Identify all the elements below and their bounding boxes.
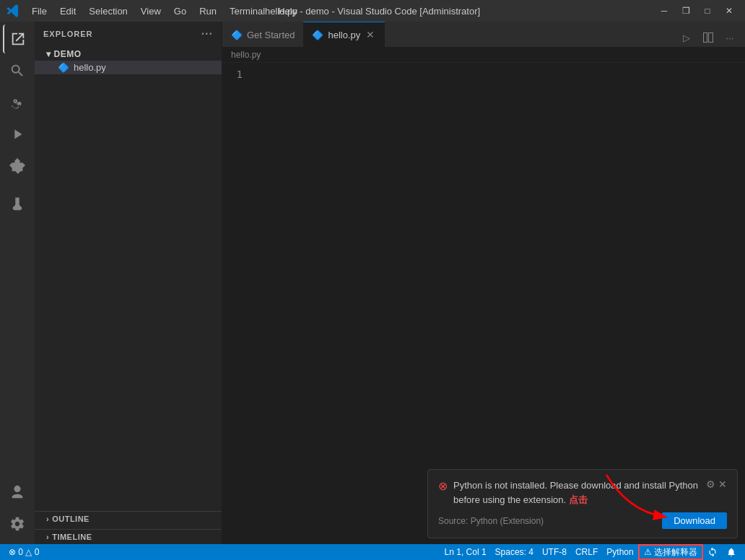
restore-button[interactable]: ❒ xyxy=(676,3,696,19)
status-notifications[interactable] xyxy=(722,544,741,560)
tab-close-button[interactable]: ✕ xyxy=(365,29,376,40)
notification-header: ⊗ Python is not installed. Please downlo… xyxy=(438,478,727,507)
error-icon: ⊗ xyxy=(438,479,448,493)
highlight-text: 点击 xyxy=(569,494,588,505)
status-cursor-position[interactable]: Ln 1, Col 1 xyxy=(440,544,491,560)
tab-get-started[interactable]: 🔷 Get Started xyxy=(222,22,303,47)
errors-warnings-text: ⊗ 0 △ 0 xyxy=(9,547,39,557)
activity-search[interactable] xyxy=(3,56,32,85)
activity-test[interactable] xyxy=(3,189,32,218)
window-title: hello.py - demo - Visual Studio Code [Ad… xyxy=(265,6,480,17)
titlebar: File Edit Selection View Go Run Terminal… xyxy=(0,0,745,22)
sidebar-more-button[interactable]: ··· xyxy=(201,27,213,40)
encoding-text: UTF-8 xyxy=(542,547,567,557)
python-file-icon: 🔷 xyxy=(58,62,69,73)
timeline-label: TIMELINE xyxy=(52,533,92,541)
activity-extensions[interactable] xyxy=(3,152,32,180)
breadcrumb-file: hello.py xyxy=(231,50,261,60)
download-button[interactable]: Download xyxy=(662,512,727,529)
file-hello-py[interactable]: 🔷 hello.py xyxy=(35,61,222,74)
titlebar-left: File Edit Selection View Go Run Terminal… xyxy=(6,4,303,18)
activity-account[interactable] xyxy=(3,478,32,507)
file-name: hello.py xyxy=(74,62,106,73)
notification-popup: ⊗ Python is not installed. Please downlo… xyxy=(427,469,738,538)
chevron-right-icon-2: › xyxy=(46,533,49,541)
status-sync[interactable] xyxy=(703,544,722,560)
run-button[interactable]: ▷ xyxy=(677,28,696,47)
split-editor-button[interactable] xyxy=(699,28,718,47)
status-encoding[interactable]: UTF-8 xyxy=(538,544,571,560)
hello-py-tab-icon: 🔷 xyxy=(312,30,323,40)
notification-source: Source: Python (Extension) xyxy=(438,516,544,526)
statusbar: ⊗ 0 △ 0 Ln 1, Col 1 Spaces: 4 UTF-8 CRLF… xyxy=(0,544,745,560)
tab-hello-py[interactable]: 🔷 hello.py ✕ xyxy=(303,22,385,47)
cursor-position-text: Ln 1, Col 1 xyxy=(445,547,487,557)
activity-bar xyxy=(0,22,35,544)
notification-footer: Source: Python (Extension) Download xyxy=(438,512,727,529)
menu-run[interactable]: Run xyxy=(193,4,222,18)
folder-demo[interactable]: ▾ DEMO xyxy=(35,48,222,61)
breadcrumb: hello.py xyxy=(222,47,745,63)
tab-hello-py-label: hello.py xyxy=(328,30,360,40)
notification-gear-button[interactable]: ⚙ xyxy=(706,478,715,490)
statusbar-right: Ln 1, Col 1 Spaces: 4 UTF-8 CRLF Python … xyxy=(440,544,741,560)
menu-view[interactable]: View xyxy=(135,4,167,18)
vscode-logo xyxy=(6,4,20,18)
chevron-down-icon: ▾ xyxy=(46,49,51,59)
activity-bottom xyxy=(3,478,32,544)
more-actions-button[interactable]: ··· xyxy=(720,28,739,47)
status-line-ending[interactable]: CRLF xyxy=(571,544,602,560)
activity-explorer[interactable] xyxy=(3,25,32,53)
titlebar-controls: ─ ❒ □ ✕ xyxy=(654,3,739,19)
notification-header-icons: ⚙ ✕ xyxy=(706,478,727,490)
menu-file[interactable]: File xyxy=(26,4,53,18)
menu-terminal[interactable]: Terminal xyxy=(224,4,271,18)
menu-edit[interactable]: Edit xyxy=(54,4,82,18)
notification-close-button[interactable]: ✕ xyxy=(718,478,727,490)
line-numbers: 1 xyxy=(222,63,251,544)
get-started-tab-icon: 🔷 xyxy=(231,30,243,40)
maximize-button[interactable]: □ xyxy=(697,3,718,19)
tab-get-started-label: Get Started xyxy=(247,30,295,40)
activity-source-control[interactable] xyxy=(3,88,32,117)
folder-section: ▾ DEMO 🔷 hello.py xyxy=(35,46,222,76)
line-number-1: 1 xyxy=(228,69,243,80)
activity-run-debug[interactable] xyxy=(3,120,32,149)
minimize-button[interactable]: ─ xyxy=(654,3,674,19)
close-button[interactable]: ✕ xyxy=(719,3,739,19)
status-errors-warnings[interactable]: ⊗ 0 △ 0 xyxy=(4,544,43,560)
explorer-title: EXPLORER xyxy=(43,30,93,38)
select-interpreter-text: ⚠ 选择解释器 xyxy=(644,546,697,559)
tab-bar-right: ▷ ··· xyxy=(677,28,745,47)
timeline-header[interactable]: › TIMELINE xyxy=(35,530,222,544)
outline-section: › OUTLINE xyxy=(35,511,222,526)
menu-selection[interactable]: Selection xyxy=(83,4,133,18)
status-spaces[interactable]: Spaces: 4 xyxy=(491,544,538,560)
editor-area: 🔷 Get Started 🔷 hello.py ✕ ▷ ··· hello.p xyxy=(222,22,745,544)
main-layout: EXPLORER ··· ▾ DEMO 🔷 hello.py › OUTLINE… xyxy=(0,22,745,544)
outline-label: OUTLINE xyxy=(52,515,90,523)
sidebar-header: EXPLORER ··· xyxy=(35,22,222,46)
sidebar: EXPLORER ··· ▾ DEMO 🔷 hello.py › OUTLINE… xyxy=(35,22,222,544)
line-ending-text: CRLF xyxy=(575,547,598,557)
status-select-interpreter[interactable]: ⚠ 选择解释器 xyxy=(638,544,703,560)
tab-bar: 🔷 Get Started 🔷 hello.py ✕ ▷ ··· xyxy=(222,22,745,47)
timeline-section: › TIMELINE xyxy=(35,529,222,544)
outline-header[interactable]: › OUTLINE xyxy=(35,512,222,526)
status-language[interactable]: Python xyxy=(602,544,637,560)
chevron-right-icon: › xyxy=(46,515,49,523)
spaces-text: Spaces: 4 xyxy=(495,547,533,557)
language-text: Python xyxy=(606,547,633,557)
notification-message: Python is not installed. Please download… xyxy=(453,478,700,507)
folder-name: DEMO xyxy=(54,49,82,59)
menu-go[interactable]: Go xyxy=(168,4,192,18)
activity-settings[interactable] xyxy=(3,509,32,538)
